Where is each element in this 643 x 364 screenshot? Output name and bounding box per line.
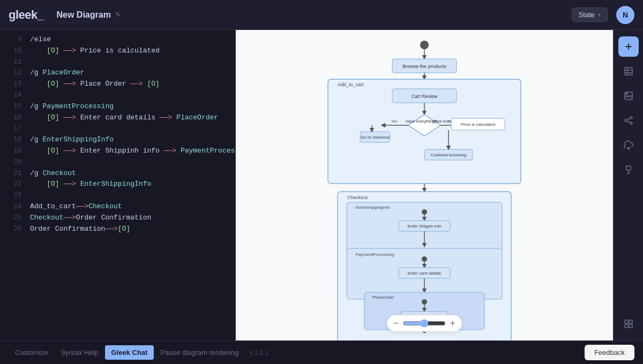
line-content <box>30 57 229 68</box>
zoom-slider[interactable] <box>403 319 446 328</box>
line-content: Add_to_cart——>Checkout <box>30 201 229 213</box>
header: gleek_ New Diagram ✎ State ▾ N <box>0 0 643 30</box>
grid-icon-button[interactable] <box>618 314 639 334</box>
diagram-type-dropdown[interactable]: State ▾ <box>572 7 608 22</box>
svg-text:Cart Review: Cart Review <box>411 94 438 99</box>
line-number: 12 <box>6 68 21 78</box>
cloud-icon-button[interactable] <box>618 135 639 155</box>
line-number: 18 <box>6 135 21 145</box>
svg-point-0 <box>420 41 429 49</box>
code-token: ——> <box>59 80 80 88</box>
code-token: ——> <box>105 225 117 233</box>
line-number: 15 <box>6 102 21 112</box>
footer: Customize Syntax Help Gleek Chat Pause d… <box>0 340 643 364</box>
svg-text:Go to checkout: Go to checkout <box>361 135 390 140</box>
logo: gleek_ <box>9 8 44 22</box>
code-token: ——> <box>160 147 181 155</box>
diagram-type-label: State <box>579 11 595 19</box>
feedback-button[interactable]: Feedback <box>585 345 634 360</box>
code-token: EnterShippingInfo <box>42 135 114 143</box>
zoom-in-button[interactable]: + <box>450 318 455 328</box>
code-token: [O] <box>147 80 159 88</box>
svg-text:Checkout: Checkout <box>347 195 368 200</box>
svg-text:Yes: Yes <box>391 119 398 123</box>
code-token: /else <box>30 35 51 43</box>
editor-line: 21/g Checkout <box>0 168 235 179</box>
editor-line: 18/g EnterShippingInfo <box>0 134 235 146</box>
svg-point-44 <box>422 299 427 305</box>
plug-icon-button[interactable] <box>618 160 639 180</box>
code-token: [O] <box>30 180 59 188</box>
right-sidebar <box>613 30 643 340</box>
svg-text:Continue browsing: Continue browsing <box>431 153 466 157</box>
version-text: v 3.1.1 <box>249 349 268 357</box>
line-content: Checkout——>Order Confirmation <box>30 213 229 224</box>
table-icon-button[interactable] <box>618 61 639 81</box>
line-number: 22 <box>6 179 21 189</box>
add-button[interactable] <box>618 36 639 57</box>
diagram-title-wrap: New Diagram ✎ <box>57 10 572 20</box>
line-number: 16 <box>6 113 21 123</box>
line-number: 25 <box>6 213 21 223</box>
line-content: /g EnterShippingInfo <box>30 134 229 146</box>
customize-link[interactable]: Customize <box>9 345 54 360</box>
pause-rendering-link[interactable]: Pause diagram rendering <box>154 345 245 360</box>
editor-line: 23 <box>0 190 235 201</box>
svg-text:Enter card details: Enter card details <box>408 271 441 276</box>
editor-line: 9/else <box>0 34 235 46</box>
gleek-chat-link[interactable]: Gleek Chat <box>105 345 154 360</box>
editor-line: 11 <box>0 57 235 68</box>
code-token: Add_to_cart <box>30 202 76 210</box>
code-token: Checkout <box>88 202 122 210</box>
image-icon-button[interactable] <box>618 86 639 106</box>
syntax-help-link[interactable]: Syntax Help <box>54 345 104 360</box>
line-content <box>30 190 229 201</box>
editor-line: 14 <box>0 90 235 101</box>
diagram-canvas[interactable]: Browse the products Add_to_cart Cart Rev… <box>236 30 613 340</box>
line-content: [O] ——> Place Order ——> [O] <box>30 79 229 90</box>
line-content <box>30 157 229 168</box>
svg-text:Add_to_cart: Add_to_cart <box>338 82 364 87</box>
editor-line: 20 <box>0 157 235 168</box>
code-token: /g <box>30 135 42 143</box>
line-number: 17 <box>6 124 21 134</box>
svg-text:PlaceOrder: PlaceOrder <box>372 295 394 300</box>
code-token: ——> <box>63 214 76 222</box>
code-token: Price is calculated <box>80 47 160 55</box>
line-content <box>30 90 229 101</box>
code-token: [O] <box>30 80 59 88</box>
main-content: 9/else10 [O] ——> Price is calculated11 1… <box>0 30 643 340</box>
line-number: 24 <box>6 202 21 212</box>
line-content: [O] ——> Enter Shippinh info ——> PaymentP… <box>30 146 236 157</box>
editor-line: 19 [O] ——> Enter Shippinh info ——> Payme… <box>0 146 235 157</box>
svg-text:PaymentProcessing: PaymentProcessing <box>356 252 394 257</box>
code-token: ——> <box>59 180 80 188</box>
svg-point-30 <box>422 209 427 215</box>
code-token: ——> <box>155 113 176 122</box>
code-token: Order Confirmation <box>30 225 105 233</box>
code-token: ——> <box>76 202 88 210</box>
editor-line: 26Order Confirmation——>[O] <box>0 224 235 235</box>
share-icon-button[interactable] <box>618 110 639 131</box>
code-token: Order Confirmation <box>76 214 151 222</box>
svg-rect-72 <box>629 320 632 323</box>
svg-text:Browse the products: Browse the products <box>402 64 447 69</box>
editor-line: 25Checkout——>Order Confirmation <box>0 213 235 224</box>
diagram-title: New Diagram <box>57 10 111 20</box>
code-token: [O] <box>30 113 59 122</box>
svg-point-37 <box>422 256 427 262</box>
svg-text:Enter Shippin info: Enter Shippin info <box>407 224 442 229</box>
code-token: Enter Shippinh info <box>80 147 160 155</box>
svg-text:Price is calculated: Price is calculated <box>461 122 495 127</box>
editor-line: 22 [O] ——> EnterShippingInfo <box>0 179 235 190</box>
chevron-down-icon: ▾ <box>598 12 601 18</box>
line-number: 14 <box>6 90 21 101</box>
zoom-out-button[interactable]: − <box>394 318 399 328</box>
code-token: /g <box>30 102 42 110</box>
line-content: [O] ——> Price is calculated <box>30 46 229 57</box>
edit-icon[interactable]: ✎ <box>115 11 121 19</box>
code-token: EnterShippingInfo <box>80 180 152 188</box>
code-editor[interactable]: 9/else10 [O] ——> Price is calculated11 1… <box>0 30 236 340</box>
line-content: /g PaymentProcessing <box>30 101 229 112</box>
editor-line: 17 <box>0 123 235 134</box>
